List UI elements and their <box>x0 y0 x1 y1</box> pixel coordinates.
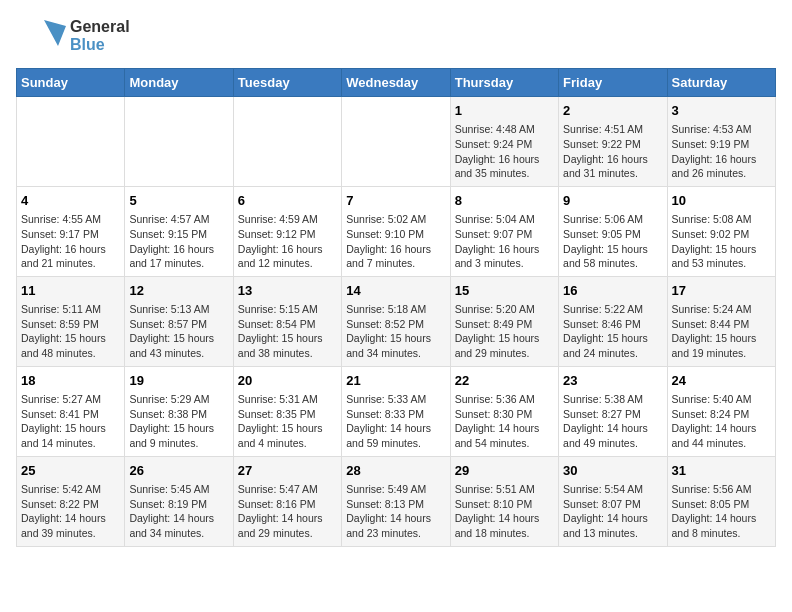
calendar-cell: 14Sunrise: 5:18 AMSunset: 8:52 PMDayligh… <box>342 276 450 366</box>
calendar-cell: 26Sunrise: 5:45 AMSunset: 8:19 PMDayligh… <box>125 456 233 546</box>
weekday-header-friday: Friday <box>559 69 667 97</box>
cell-info: Sunset: 9:12 PM <box>238 227 337 242</box>
cell-info: Daylight: 15 hours and 58 minutes. <box>563 242 662 271</box>
cell-info: Sunset: 8:24 PM <box>672 407 771 422</box>
cell-info: Sunset: 9:07 PM <box>455 227 554 242</box>
cell-info: Daylight: 14 hours and 44 minutes. <box>672 421 771 450</box>
cell-info: Sunrise: 5:08 AM <box>672 212 771 227</box>
calendar-cell <box>233 97 341 187</box>
cell-info: Sunset: 8:10 PM <box>455 497 554 512</box>
calendar-cell: 30Sunrise: 5:54 AMSunset: 8:07 PMDayligh… <box>559 456 667 546</box>
cell-info: Sunset: 8:27 PM <box>563 407 662 422</box>
calendar-cell: 27Sunrise: 5:47 AMSunset: 8:16 PMDayligh… <box>233 456 341 546</box>
cell-info: Sunset: 8:16 PM <box>238 497 337 512</box>
weekday-header-tuesday: Tuesday <box>233 69 341 97</box>
cell-info: Sunrise: 5:33 AM <box>346 392 445 407</box>
calendar-cell: 23Sunrise: 5:38 AMSunset: 8:27 PMDayligh… <box>559 366 667 456</box>
day-number: 28 <box>346 462 445 480</box>
calendar-cell: 9Sunrise: 5:06 AMSunset: 9:05 PMDaylight… <box>559 186 667 276</box>
cell-info: Sunrise: 4:55 AM <box>21 212 120 227</box>
cell-info: Daylight: 15 hours and 14 minutes. <box>21 421 120 450</box>
day-number: 12 <box>129 282 228 300</box>
cell-info: Daylight: 15 hours and 34 minutes. <box>346 331 445 360</box>
calendar-week-row: 18Sunrise: 5:27 AMSunset: 8:41 PMDayligh… <box>17 366 776 456</box>
day-number: 30 <box>563 462 662 480</box>
calendar-cell: 1Sunrise: 4:48 AMSunset: 9:24 PMDaylight… <box>450 97 558 187</box>
logo-general-text: General <box>70 18 130 36</box>
cell-info: Daylight: 16 hours and 7 minutes. <box>346 242 445 271</box>
cell-info: Sunrise: 5:15 AM <box>238 302 337 317</box>
cell-info: Sunset: 9:22 PM <box>563 137 662 152</box>
cell-info: Sunset: 8:05 PM <box>672 497 771 512</box>
cell-info: Daylight: 14 hours and 54 minutes. <box>455 421 554 450</box>
cell-info: Daylight: 14 hours and 39 minutes. <box>21 511 120 540</box>
day-number: 25 <box>21 462 120 480</box>
day-number: 6 <box>238 192 337 210</box>
day-number: 4 <box>21 192 120 210</box>
day-number: 5 <box>129 192 228 210</box>
cell-info: Sunset: 9:24 PM <box>455 137 554 152</box>
day-number: 14 <box>346 282 445 300</box>
cell-info: Sunset: 8:19 PM <box>129 497 228 512</box>
cell-info: Daylight: 15 hours and 29 minutes. <box>455 331 554 360</box>
cell-info: Daylight: 14 hours and 18 minutes. <box>455 511 554 540</box>
calendar-week-row: 4Sunrise: 4:55 AMSunset: 9:17 PMDaylight… <box>17 186 776 276</box>
day-number: 2 <box>563 102 662 120</box>
cell-info: Sunrise: 5:11 AM <box>21 302 120 317</box>
cell-info: Daylight: 14 hours and 13 minutes. <box>563 511 662 540</box>
calendar-cell: 25Sunrise: 5:42 AMSunset: 8:22 PMDayligh… <box>17 456 125 546</box>
calendar-cell: 3Sunrise: 4:53 AMSunset: 9:19 PMDaylight… <box>667 97 775 187</box>
calendar-cell: 29Sunrise: 5:51 AMSunset: 8:10 PMDayligh… <box>450 456 558 546</box>
cell-info: Sunset: 8:30 PM <box>455 407 554 422</box>
cell-info: Sunset: 8:54 PM <box>238 317 337 332</box>
calendar-cell: 13Sunrise: 5:15 AMSunset: 8:54 PMDayligh… <box>233 276 341 366</box>
cell-info: Sunrise: 5:27 AM <box>21 392 120 407</box>
cell-info: Sunset: 9:15 PM <box>129 227 228 242</box>
calendar-cell: 7Sunrise: 5:02 AMSunset: 9:10 PMDaylight… <box>342 186 450 276</box>
day-number: 29 <box>455 462 554 480</box>
day-number: 19 <box>129 372 228 390</box>
day-number: 3 <box>672 102 771 120</box>
cell-info: Sunrise: 5:47 AM <box>238 482 337 497</box>
calendar-cell: 12Sunrise: 5:13 AMSunset: 8:57 PMDayligh… <box>125 276 233 366</box>
cell-info: Sunrise: 4:48 AM <box>455 122 554 137</box>
calendar-cell <box>342 97 450 187</box>
cell-info: Sunrise: 4:51 AM <box>563 122 662 137</box>
cell-info: Sunrise: 5:49 AM <box>346 482 445 497</box>
day-number: 11 <box>21 282 120 300</box>
weekday-header-monday: Monday <box>125 69 233 97</box>
cell-info: Sunset: 9:19 PM <box>672 137 771 152</box>
day-number: 1 <box>455 102 554 120</box>
calendar-cell: 2Sunrise: 4:51 AMSunset: 9:22 PMDaylight… <box>559 97 667 187</box>
calendar-table: SundayMondayTuesdayWednesdayThursdayFrid… <box>16 68 776 547</box>
calendar-week-row: 1Sunrise: 4:48 AMSunset: 9:24 PMDaylight… <box>17 97 776 187</box>
cell-info: Daylight: 15 hours and 4 minutes. <box>238 421 337 450</box>
day-number: 16 <box>563 282 662 300</box>
cell-info: Sunrise: 5:22 AM <box>563 302 662 317</box>
calendar-cell: 6Sunrise: 4:59 AMSunset: 9:12 PMDaylight… <box>233 186 341 276</box>
svg-marker-0 <box>44 20 66 46</box>
cell-info: Sunset: 8:52 PM <box>346 317 445 332</box>
calendar-cell: 28Sunrise: 5:49 AMSunset: 8:13 PMDayligh… <box>342 456 450 546</box>
calendar-cell <box>17 97 125 187</box>
cell-info: Sunset: 9:17 PM <box>21 227 120 242</box>
cell-info: Daylight: 14 hours and 23 minutes. <box>346 511 445 540</box>
calendar-cell: 8Sunrise: 5:04 AMSunset: 9:07 PMDaylight… <box>450 186 558 276</box>
cell-info: Sunset: 9:10 PM <box>346 227 445 242</box>
cell-info: Sunrise: 4:57 AM <box>129 212 228 227</box>
cell-info: Daylight: 16 hours and 17 minutes. <box>129 242 228 271</box>
cell-info: Sunrise: 5:24 AM <box>672 302 771 317</box>
day-number: 10 <box>672 192 771 210</box>
calendar-week-row: 11Sunrise: 5:11 AMSunset: 8:59 PMDayligh… <box>17 276 776 366</box>
weekday-header-saturday: Saturday <box>667 69 775 97</box>
weekday-header-row: SundayMondayTuesdayWednesdayThursdayFrid… <box>17 69 776 97</box>
calendar-cell: 20Sunrise: 5:31 AMSunset: 8:35 PMDayligh… <box>233 366 341 456</box>
cell-info: Sunrise: 5:56 AM <box>672 482 771 497</box>
cell-info: Daylight: 16 hours and 35 minutes. <box>455 152 554 181</box>
cell-info: Sunrise: 5:18 AM <box>346 302 445 317</box>
logo: GeneralBlue <box>16 16 130 56</box>
calendar-cell: 24Sunrise: 5:40 AMSunset: 8:24 PMDayligh… <box>667 366 775 456</box>
calendar-cell: 16Sunrise: 5:22 AMSunset: 8:46 PMDayligh… <box>559 276 667 366</box>
cell-info: Sunset: 8:59 PM <box>21 317 120 332</box>
cell-info: Sunrise: 5:36 AM <box>455 392 554 407</box>
